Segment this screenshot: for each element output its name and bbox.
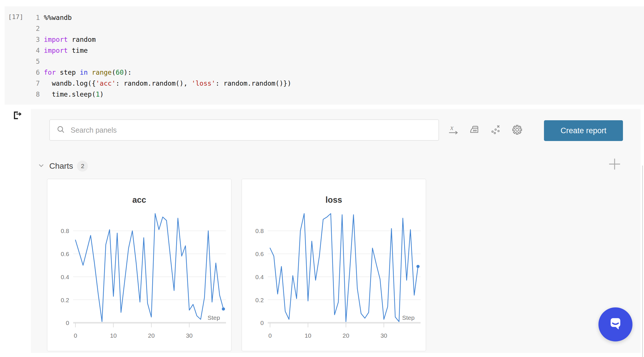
last-point-dot — [222, 307, 225, 311]
code-line: 4import time — [27, 45, 291, 56]
svg-text:0.6: 0.6 — [255, 251, 264, 257]
svg-text:0: 0 — [66, 320, 69, 326]
code-line: 5 — [27, 56, 291, 67]
add-panel-icon[interactable] — [607, 157, 622, 171]
svg-text:0.8: 0.8 — [61, 228, 69, 234]
x-axis-label: Step — [208, 314, 220, 321]
code-line: 7 wandb.log({'acc': random.random(), 'lo… — [27, 78, 291, 89]
svg-text:20: 20 — [148, 332, 155, 339]
panel-toolbar: x — [447, 124, 523, 136]
charts-section-header[interactable]: Charts 2 — [37, 160, 88, 172]
x-axis-icon[interactable]: x — [447, 124, 459, 136]
code-cell: [17] 1%%wandb23import random4import time… — [5, 6, 644, 105]
svg-text:0.8: 0.8 — [255, 228, 264, 234]
search-icon — [56, 125, 65, 135]
scrollbar[interactable] — [642, 166, 643, 357]
svg-text:30: 30 — [381, 332, 387, 339]
svg-text:10: 10 — [110, 332, 117, 339]
svg-text:0: 0 — [260, 320, 264, 326]
chart-svg: 00.20.40.60.80102030Steploss — [242, 179, 426, 351]
svg-text:0.4: 0.4 — [61, 274, 69, 280]
last-point-dot — [417, 265, 420, 268]
svg-text:30: 30 — [186, 332, 193, 339]
chart-card[interactable]: 00.20.40.60.80102030Steploss — [242, 179, 426, 351]
chart-card[interactable]: 00.20.40.60.80102030Stepacc — [47, 179, 231, 351]
code-line: 1%%wandb — [27, 12, 291, 23]
settings-gear-icon[interactable] — [511, 124, 523, 136]
x-axis-label: Step — [402, 314, 415, 321]
wandb-panel-area: x Create — [31, 109, 641, 353]
chart-title: acc — [132, 195, 146, 204]
code-line: 6for step in range(60): — [27, 67, 291, 78]
chat-bubble-button[interactable] — [598, 307, 632, 341]
svg-text:0: 0 — [268, 332, 272, 339]
code-line: 8 time.sleep(1) — [27, 89, 291, 100]
charts-section-label: Charts — [49, 161, 73, 171]
svg-text:0.2: 0.2 — [255, 297, 264, 303]
svg-text:x: x — [450, 124, 453, 131]
svg-text:0: 0 — [74, 332, 77, 339]
smoothing-iron-icon[interactable] — [469, 124, 480, 136]
code-editor[interactable]: 1%%wandb23import random4import time56for… — [27, 12, 291, 100]
chat-icon — [605, 313, 626, 335]
create-report-button[interactable]: Create report — [544, 120, 623, 141]
svg-text:10: 10 — [305, 332, 311, 339]
svg-text:0.4: 0.4 — [255, 274, 264, 280]
chart-title: loss — [325, 195, 342, 204]
chart-svg: 00.20.40.60.80102030Stepacc — [47, 179, 231, 351]
execution-count: [17] — [8, 13, 23, 20]
chevron-down-icon[interactable] — [37, 161, 45, 171]
search-panels-input[interactable] — [70, 126, 438, 135]
outliers-icon[interactable] — [490, 124, 502, 136]
search-panels-box[interactable] — [49, 119, 439, 141]
series-line — [270, 214, 418, 322]
code-line: 3import random — [27, 34, 291, 45]
series-line — [76, 214, 223, 322]
code-line: 2 — [27, 23, 291, 34]
svg-text:0.6: 0.6 — [61, 251, 69, 257]
svg-text:20: 20 — [342, 332, 349, 339]
charts-count-badge: 2 — [77, 161, 88, 172]
svg-text:0.2: 0.2 — [61, 297, 69, 303]
popout-icon[interactable] — [12, 110, 22, 121]
